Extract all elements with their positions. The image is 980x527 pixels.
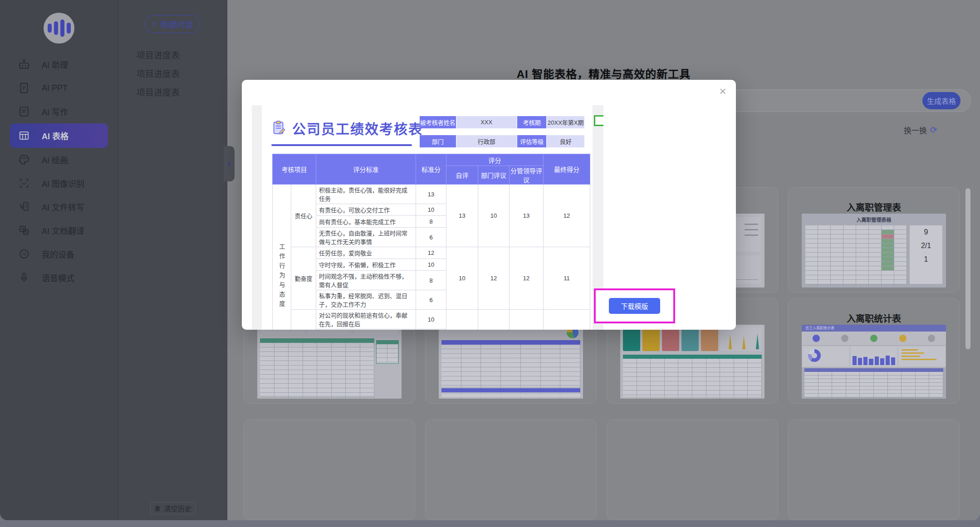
generate-table-button[interactable]: 生成表格 xyxy=(922,92,960,109)
criteria-cell: 私事为重，经常脱岗、迟到、混日子，交办工作不力 xyxy=(316,290,416,310)
template-card-1-3[interactable]: 入离职统计表员工入离职统计表 xyxy=(788,298,960,404)
thumb-charts xyxy=(802,345,946,367)
standard-score-cell: 10 xyxy=(416,259,446,271)
page-title: AI 智能表格，精准与高效的新工具 xyxy=(227,65,980,81)
sidebar-item-5[interactable]: ocrAI 图像识别 xyxy=(0,171,118,195)
thumb-kpi-row xyxy=(802,332,946,345)
sidebar-item-label: AI 文件转写 xyxy=(42,201,84,213)
col-header-self: 自评 xyxy=(446,166,478,185)
col-header-dept: 部门评议 xyxy=(478,166,510,185)
sidebar-item-label: AI 写作 xyxy=(42,106,68,117)
criteria-cell: 守时守规，不偷懒，积极工作 xyxy=(316,259,416,271)
app-logo-icon xyxy=(44,13,74,44)
template-card-2-3[interactable] xyxy=(788,420,960,520)
info-label-1-2: 评估等级 xyxy=(517,135,547,147)
thumb-dashboard-title: 员工入离职统计表 xyxy=(802,325,946,332)
template-card-2-1[interactable] xyxy=(425,420,597,520)
shuffle-templates[interactable]: 换一换 ⟳ xyxy=(904,124,937,136)
template-card-0-3[interactable]: 入离职管理表入离职管理表格92/11 xyxy=(788,187,960,293)
info-label-0-0: 被考核者姓名 xyxy=(420,116,456,128)
sheet-title: 公司员工绩效考核表 xyxy=(292,118,423,138)
standard-score-cell: 8 xyxy=(416,271,446,290)
col-header-final: 最终得分 xyxy=(544,154,590,185)
group-cell: 责任心 xyxy=(291,185,316,247)
scrollbar-thumb[interactable] xyxy=(965,188,970,349)
template-card-2-0[interactable] xyxy=(244,420,415,520)
sidebar-menu: AI 助理PAI PPTAI 写作AI 表格AI 绘画ocrAI 图像识别AI … xyxy=(0,53,118,289)
sidebar-item-6[interactable]: AI 文件转写 xyxy=(0,195,118,219)
standard-score-cell: 12 xyxy=(416,247,446,259)
standard-score-cell: 8 xyxy=(416,216,446,228)
standard-score-cell: 8 xyxy=(416,329,446,330)
card-thumbnail xyxy=(620,325,764,399)
criteria-cell: 视承担的工作和责任为重，而不仅仅是谋生手段 xyxy=(316,329,416,330)
card-thumbnail: 员工入离职统计表 xyxy=(802,325,946,399)
col-header-score: 评分 xyxy=(446,154,544,166)
table-row: 忠诚度对公司的现状和前途有信心，奉献在先，回报在后10810109 xyxy=(273,310,590,329)
new-chat-button[interactable]: + 新建对话 xyxy=(145,15,200,33)
col-header-criteria: 评分标准 xyxy=(316,154,416,185)
collapse-panel-handle[interactable]: ‹ xyxy=(224,146,235,181)
cell-selection-square xyxy=(594,115,603,126)
criteria-cell: 有责任心，可放心交付工作 xyxy=(316,204,416,216)
sidebar-item-3[interactable]: AI 表格 xyxy=(10,123,108,148)
sheet-info-grid: 被考核者姓名XXX考核期20XX年第X期部门行政部评估等级良好 xyxy=(420,116,584,154)
thumb-table xyxy=(441,340,580,387)
table-row: 勤奋度任劳任怨，爱岗敬业1210121211 xyxy=(273,247,590,259)
svg-text:P: P xyxy=(22,85,25,91)
score-cell-2-0: 8 xyxy=(446,310,478,330)
new-chat-label: 新建对话 xyxy=(160,18,193,30)
download-highlight-box: 下载模版 xyxy=(594,288,675,323)
plus-icon: + xyxy=(152,20,157,29)
col-header-project: 考核项目 xyxy=(273,154,316,185)
sidebar-item-7[interactable]: 中AAI 文档翻译 xyxy=(0,219,118,242)
ppt-file-icon: P xyxy=(18,82,30,94)
close-icon[interactable]: × xyxy=(716,84,730,98)
sidebar-item-label: AI 绘画 xyxy=(42,154,68,166)
thumb-table xyxy=(260,338,374,396)
score-cell-2-3: 9 xyxy=(544,310,590,330)
conversation-item-2[interactable]: 项目进度表 xyxy=(137,83,220,101)
thumb-sheet-title: 入离职管理表格 xyxy=(802,214,946,223)
sidebar-item-label: AI 文档翻译 xyxy=(42,224,84,236)
score-cell-1-3: 11 xyxy=(544,247,590,310)
table-row: 工作行为与态度责任心积极主动，责任心强，能很好完成任务1313101312 xyxy=(273,185,590,204)
template-card-2-2[interactable] xyxy=(607,420,778,520)
transcribe-icon xyxy=(18,201,30,213)
sidebar-item-9[interactable]: 语音模式 xyxy=(0,266,118,289)
sidebar-item-4[interactable]: AI 绘画 xyxy=(0,148,118,171)
thumb-summary: 92/11 xyxy=(910,225,942,284)
sheet-preview: 公司员工绩效考核表 被考核者姓名XXX考核期20XX年第X期部门行政部评估等级良… xyxy=(252,105,603,330)
ocr-icon: ocr xyxy=(18,177,30,189)
template-preview-modal: × 公司员工绩效考核表 被考核者姓名XXX考核期20XX年第X期部门行政部评估等… xyxy=(242,80,736,330)
info-value-0-1: XXX xyxy=(456,116,517,128)
category-cell: 工作行为与态度 xyxy=(273,185,291,330)
svg-text:AI: AI xyxy=(22,252,26,256)
info-value-0-3: 20XX年第X期 xyxy=(547,116,584,128)
thumb-table xyxy=(805,225,907,284)
thumb-table xyxy=(623,355,762,397)
standard-score-cell: 10 xyxy=(416,204,446,216)
score-cell-0-0: 13 xyxy=(446,185,478,247)
score-cell-0-2: 13 xyxy=(510,185,544,247)
sidebar-item-8[interactable]: AI我的设备 xyxy=(0,242,118,266)
sidebar-item-label: AI 表格 xyxy=(42,130,69,142)
info-value-1-1: 行政部 xyxy=(456,135,517,147)
svg-text:A: A xyxy=(25,230,28,234)
sidebar-item-0[interactable]: AI 助理 xyxy=(0,53,118,76)
translate-icon: 中A xyxy=(18,224,30,236)
sidebar-item-2[interactable]: AI 写作 xyxy=(0,100,118,123)
score-cell-2-1: 10 xyxy=(478,310,510,330)
robot-icon xyxy=(18,59,30,70)
card-title: 入离职统计表 xyxy=(789,312,959,325)
refresh-icon: ⟳ xyxy=(930,125,937,135)
conversation-item-0[interactable]: 项目进度表 xyxy=(137,45,220,64)
palette-icon xyxy=(18,154,30,166)
clear-history-button[interactable]: 🗑 清空历史 xyxy=(150,502,196,514)
conversation-item-1[interactable]: 项目进度表 xyxy=(137,64,220,83)
sidebar-item-1[interactable]: PAI PPT xyxy=(0,76,118,100)
sidebar-item-label: AI 助理 xyxy=(42,59,68,70)
download-template-button[interactable]: 下载模版 xyxy=(609,298,660,314)
conversation-panel: + 新建对话 项目进度表项目进度表项目进度表 🗑 清空历史 xyxy=(118,0,227,520)
svg-text:ocr: ocr xyxy=(22,181,27,185)
